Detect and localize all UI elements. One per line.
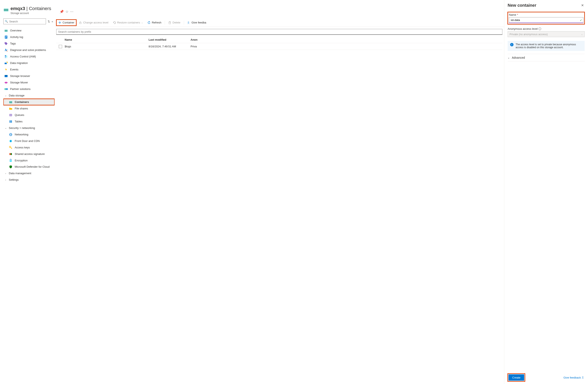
create-button[interactable]: Create [508, 374, 524, 381]
nav-iam[interactable]: Access Control (IAM) [3, 53, 55, 60]
svg-point-11 [5, 55, 6, 57]
svg-rect-15 [5, 75, 8, 76]
svg-point-41 [188, 21, 189, 23]
pin-icon[interactable]: 📌 [60, 10, 64, 14]
access-level-label: Anonymous access leveli [508, 27, 585, 30]
undo-icon [113, 21, 116, 24]
nav-group-data-mgmt[interactable]: ›Data management [3, 170, 55, 176]
svg-rect-0 [4, 9, 8, 9]
svg-rect-9 [5, 38, 6, 38]
svg-rect-25 [11, 115, 12, 116]
check-icon: ✓ [580, 19, 582, 22]
svg-point-36 [9, 153, 11, 155]
advanced-toggle[interactable]: ⌄ Advanced [508, 54, 585, 61]
new-container-panel: New container ✕ Name* ✓ Anonymous access… [504, 0, 588, 384]
sidebar-search[interactable]: 🔍 [3, 19, 46, 24]
container-name-input[interactable] [509, 17, 583, 23]
svg-rect-24 [10, 115, 10, 116]
nav-networking[interactable]: Networking [3, 131, 55, 138]
nav-defender[interactable]: Microsoft Defender for Cloud [3, 164, 55, 170]
chevron-down-icon: ⌄ [4, 94, 7, 97]
cell-name[interactable]: $logs [65, 45, 148, 48]
nav-file-shares[interactable]: File shares [3, 105, 55, 112]
nav-storage-browser[interactable]: Storage browser [3, 73, 55, 79]
nav-sas[interactable]: Shared access signature [3, 151, 55, 157]
sidebar-search-input[interactable] [9, 20, 44, 23]
nav-events[interactable]: Events [3, 66, 55, 73]
chevron-down-icon: ⌄ [581, 33, 583, 36]
give-feedback-button[interactable]: Give feedba [185, 19, 208, 26]
toolbar: Container Change access level Restore co… [55, 19, 504, 27]
col-modified[interactable]: Last modified [148, 38, 190, 41]
person-feedback-icon [188, 21, 190, 24]
change-access-button: Change access level [77, 19, 110, 26]
svg-rect-19 [6, 88, 8, 90]
svg-rect-18 [5, 88, 6, 90]
panel-feedback-link[interactable]: Give feedback [564, 376, 585, 379]
nav-partner-solutions[interactable]: Partner solutions [3, 86, 55, 92]
nav-group-settings[interactable]: ›Settings [3, 176, 55, 183]
filter-input[interactable] [56, 29, 502, 35]
nav-queues[interactable]: Queues [3, 112, 55, 118]
svg-point-10 [5, 42, 5, 43]
table-header: Name Last modified Anon [56, 37, 502, 43]
svg-rect-21 [9, 102, 12, 102]
expand-icon[interactable]: ⇅ [48, 20, 50, 23]
nav-diagnose[interactable]: Diagnose and solve problems [3, 47, 55, 53]
chevron-right-icon: › [4, 172, 7, 175]
plus-icon [58, 21, 61, 24]
collapse-sidebar-icon[interactable]: « [52, 20, 53, 23]
nav-storage-mover[interactable]: Storage Mover [3, 79, 55, 86]
svg-point-12 [6, 56, 7, 57]
col-name[interactable]: Name [65, 38, 148, 41]
cell-anon: Priva [190, 45, 502, 48]
close-icon[interactable]: ✕ [580, 2, 585, 8]
name-label: Name* [509, 13, 583, 16]
svg-rect-38 [10, 160, 12, 162]
svg-rect-39 [80, 22, 81, 24]
page-title: emqx3 | Containers [10, 6, 53, 11]
nav-tables[interactable]: Tables [3, 118, 55, 125]
search-icon: 🔍 [5, 20, 8, 23]
refresh-button[interactable]: Refresh [146, 19, 164, 26]
chevron-down-icon: ⌄ [4, 127, 7, 129]
star-icon[interactable]: ☆ [65, 10, 68, 14]
svg-rect-8 [5, 37, 7, 37]
nav-group-data-storage[interactable]: ⌄Data storage [3, 92, 55, 99]
chevron-down-icon: ⌄ [141, 21, 143, 24]
nav-tags[interactable]: Tags [3, 40, 55, 47]
nav-containers[interactable]: Containers [3, 99, 55, 105]
page-subtitle: Storage account [10, 12, 53, 15]
access-level-select: Private (no anonymous access) ⌄ [508, 31, 585, 37]
svg-rect-3 [5, 30, 8, 30]
nav-overview[interactable]: Overview [3, 27, 55, 34]
svg-rect-23 [9, 114, 12, 116]
info-message: i The access level is set to private bec… [508, 41, 585, 51]
more-icon[interactable]: ⋯ [70, 10, 73, 14]
col-anonymous[interactable]: Anon [190, 38, 502, 41]
svg-point-37 [11, 153, 12, 155]
cell-modified: 8/16/2024, 7:49:51 AM [148, 45, 190, 48]
refresh-icon [147, 21, 150, 24]
svg-rect-40 [169, 22, 171, 24]
nav-front-door[interactable]: Front Door and CDN [3, 138, 55, 144]
nav-data-migration[interactable]: Data migration [3, 60, 55, 66]
nav-access-keys[interactable]: Access keys [3, 144, 55, 151]
nav-group-security[interactable]: ⌄Security + networking [3, 125, 55, 131]
nav-activity-log[interactable]: Activity log [3, 34, 55, 40]
restore-button[interactable]: Restore containers⌄ [111, 19, 145, 26]
delete-button: Delete [166, 19, 183, 26]
panel-title: New container [508, 3, 536, 8]
row-checkbox[interactable] [59, 45, 62, 48]
svg-rect-22 [9, 103, 12, 103]
svg-rect-1 [4, 10, 8, 10]
chevron-down-icon: ⌄ [508, 56, 510, 59]
chevron-right-icon: › [4, 179, 7, 181]
info-icon: i [510, 43, 513, 46]
info-icon[interactable]: i [539, 27, 541, 30]
trash-icon [168, 21, 171, 24]
add-container-button[interactable]: Container [56, 19, 76, 26]
svg-point-17 [5, 82, 7, 83]
table-row[interactable]: $logs 8/16/2024, 7:49:51 AM Priva [56, 43, 502, 50]
nav-encryption[interactable]: Encryption [3, 157, 55, 164]
